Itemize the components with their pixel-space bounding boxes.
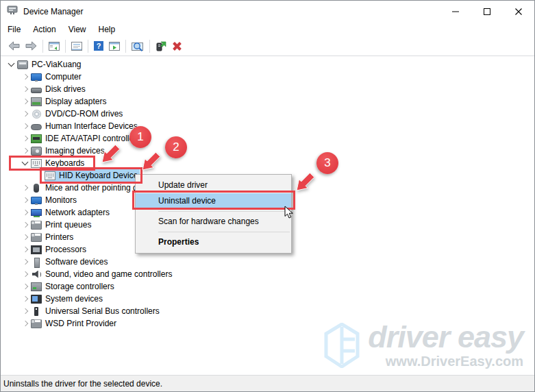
tree-item-sound-video-game-controllers[interactable]: Sound, video and game controllers: [1, 268, 534, 280]
toolbar: ?: [1, 36, 534, 56]
scan-hardware-changes-button[interactable]: [129, 40, 147, 53]
chevron-right-icon[interactable]: [20, 306, 31, 317]
chevron-right-icon[interactable]: [20, 256, 31, 267]
menubar: File Action View Help: [1, 22, 534, 36]
tree-item-label: Disk drives: [42, 84, 86, 94]
context-menu-uninstall-device[interactable]: Uninstall device: [136, 193, 291, 209]
chevron-right-icon[interactable]: [20, 269, 31, 280]
step-arrow-2-icon: [140, 147, 165, 172]
context-menu-separator: [158, 232, 290, 232]
chevron-right-icon[interactable]: [20, 281, 31, 292]
chevron-right-icon[interactable]: [20, 108, 31, 119]
chevron-right-icon[interactable]: [20, 71, 31, 82]
window-controls: [440, 1, 534, 22]
software-icon: [31, 258, 42, 267]
step-arrow-1-icon: [100, 140, 125, 164]
tree-item-human-interface-devices[interactable]: Human Interface Devices: [1, 120, 534, 132]
context-menu-update-driver[interactable]: Update driver: [136, 177, 291, 193]
menu-action[interactable]: Action: [27, 23, 62, 36]
printer-icon: [31, 319, 42, 328]
mouse-icon: [31, 184, 42, 193]
maximize-button[interactable]: [471, 1, 503, 22]
context-menu-separator: [158, 211, 290, 212]
monitor-icon: [31, 73, 42, 81]
properties-button[interactable]: [69, 40, 85, 52]
usb-icon: [31, 307, 42, 316]
toolbar-separator: [65, 40, 66, 53]
tree-item-keyboards[interactable]: Keyboards: [1, 157, 534, 169]
tree-item-display-adapters[interactable]: Display adapters: [1, 95, 534, 108]
status-text: Uninstalls the driver for the selected d…: [3, 379, 162, 389]
tree-item-label: HID Keyboard Device: [55, 171, 138, 180]
tree-item-label: Human Interface Devices: [42, 121, 138, 131]
tree-item-label: Imaging devices: [42, 146, 105, 156]
chevron-right-icon[interactable]: [20, 96, 31, 107]
context-menu-scan-for-hardware-changes[interactable]: Scan for hardware changes: [136, 214, 291, 230]
tree-item-label: Monitors: [42, 195, 77, 205]
toolbar-separator: [42, 40, 43, 53]
tree-item-label: Network adapters: [42, 208, 110, 217]
close-button[interactable]: [503, 1, 534, 22]
chevron-right-icon[interactable]: [20, 207, 31, 218]
device-manager-icon: [7, 5, 18, 18]
tree-item-label: WSD Print Provider: [42, 319, 116, 328]
tree-item-dvd-cdrom-drives[interactable]: DVD/CD-ROM drives: [1, 108, 534, 120]
tree-item-disk-drives[interactable]: Disk drives: [1, 83, 534, 95]
chevron-right-icon[interactable]: [20, 318, 31, 329]
chevron-right-icon[interactable]: [20, 182, 31, 193]
chevron-right-icon[interactable]: [20, 219, 31, 230]
uninstall-button[interactable]: [169, 40, 185, 53]
back-button[interactable]: [5, 40, 23, 52]
watermark-url: www.DriverEasy.com: [386, 354, 523, 369]
step-badge-3: 3: [316, 152, 338, 174]
tree-item-system-devices[interactable]: System devices: [1, 293, 534, 305]
tree-item-software-devices[interactable]: Software devices: [1, 256, 534, 268]
sound-icon: [31, 270, 42, 279]
driver-easy-logo-icon: [324, 323, 360, 368]
tree-item-storage-controllers[interactable]: Storage controllers: [1, 280, 534, 293]
context-menu-properties[interactable]: Properties: [136, 234, 291, 250]
chevron-right-icon[interactable]: [20, 195, 31, 206]
printer-icon: [31, 221, 42, 230]
mouse-cursor-icon: [284, 206, 294, 219]
tree-item-label: Software devices: [42, 257, 108, 267]
chevron-right-icon[interactable]: [20, 133, 31, 144]
watermark: driver easy www.DriverEasy.com: [324, 321, 523, 369]
menu-file[interactable]: File: [1, 23, 27, 36]
hid-icon: [31, 124, 42, 130]
tree-item-imaging-devices[interactable]: Imaging devices: [1, 145, 534, 157]
printer-icon: [31, 233, 42, 242]
tree-item-label: Printers: [42, 232, 73, 242]
tree-item-universal-serial-bus-controllers[interactable]: Universal Serial Bus controllers: [1, 305, 534, 317]
device-tree-panel: driver easy www.DriverEasy.com PC-ViaKua…: [1, 56, 534, 375]
step-badge-1: 1: [129, 126, 151, 148]
tree-item-computer[interactable]: Computer: [1, 71, 534, 83]
chevron-down-icon[interactable]: [20, 158, 31, 169]
tree-item-pc-viakuang[interactable]: PC-ViaKuang: [1, 58, 534, 71]
status-bar: Uninstalls the driver for the selected d…: [1, 375, 534, 391]
forward-button[interactable]: [23, 40, 40, 52]
action-pane-button[interactable]: [106, 40, 123, 52]
processor-icon: [31, 245, 42, 254]
menu-view[interactable]: View: [62, 23, 92, 36]
tree-item-ide-ata-atapi-controllers[interactable]: IDE ATA/ATAPI controllers: [1, 132, 534, 145]
help-button[interactable]: ?: [91, 40, 106, 52]
storage-icon: [31, 282, 42, 291]
menu-help[interactable]: Help: [92, 23, 122, 36]
update-driver-button[interactable]: [153, 40, 169, 53]
show-console-tree-button[interactable]: [46, 40, 62, 52]
tree-item-label: Keyboards: [42, 158, 84, 168]
tree-item-label: Sound, video and game controllers: [42, 269, 172, 279]
chevron-right-icon[interactable]: [20, 293, 31, 304]
chevron-right-icon[interactable]: [20, 121, 31, 132]
monitor-icon: [31, 197, 42, 204]
chevron-down-icon[interactable]: [6, 59, 17, 70]
chevron-right-icon[interactable]: [20, 232, 31, 243]
chevron-right-icon[interactable]: [20, 244, 31, 255]
watermark-brand: driver easy: [368, 321, 523, 352]
tree-item-label: Processors: [42, 245, 86, 254]
tree-item-label: Storage controllers: [42, 282, 114, 291]
chevron-right-icon[interactable]: [20, 84, 31, 95]
minimize-button[interactable]: [440, 1, 471, 22]
chevron-right-icon[interactable]: [20, 145, 31, 156]
